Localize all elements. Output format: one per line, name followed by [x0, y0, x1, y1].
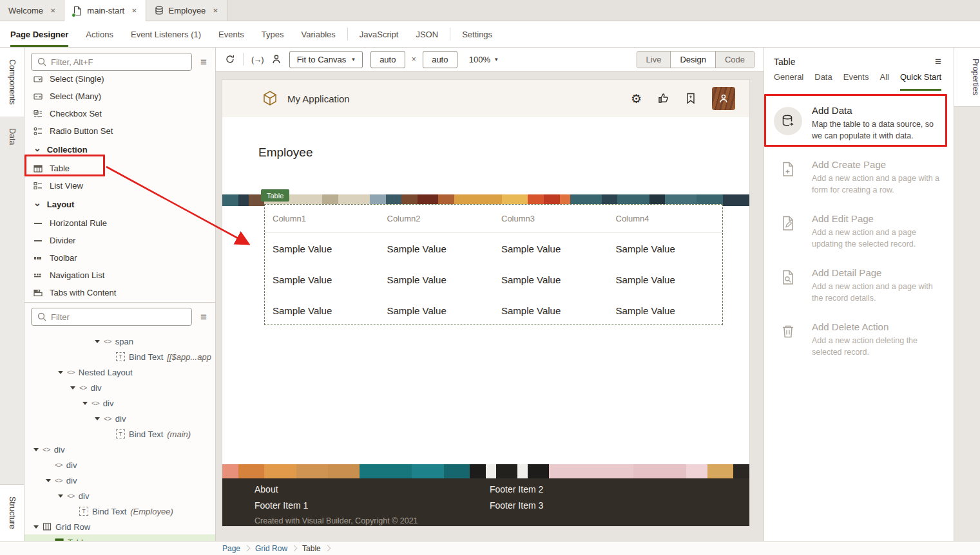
quick-start-add-data[interactable]: Add Data Map the table to a data source,…: [764, 99, 954, 153]
expand-arrow-icon[interactable]: [34, 525, 39, 529]
column-header[interactable]: Column2: [380, 214, 494, 223]
component-tabs-with-content[interactable]: Tabs with Content: [24, 284, 215, 301]
page-artboard[interactable]: My Application ⚙: [222, 80, 749, 526]
quick-start-add-delete-action[interactable]: Add Delete Action Add a new action delet…: [764, 315, 954, 369]
tree-node-div[interactable]: <> div: [24, 411, 215, 426]
nav-types[interactable]: Types: [262, 21, 284, 47]
section-collection[interactable]: ⌄ Collection: [24, 140, 215, 160]
component-checkbox-set[interactable]: Checkbox Set: [24, 105, 215, 122]
user-mode-icon[interactable]: [271, 54, 282, 64]
nav-settings[interactable]: Settings: [462, 21, 492, 47]
component-toolbar[interactable]: Toolbar: [24, 249, 215, 267]
tab-welcome[interactable]: Welcome ✕: [0, 0, 64, 21]
expand-arrow-icon[interactable]: [95, 340, 100, 343]
expand-arrow-icon[interactable]: [58, 371, 63, 374]
nav-variables[interactable]: Variables: [302, 21, 336, 47]
thumbs-up-icon[interactable]: [658, 93, 669, 104]
dock-tab-components[interactable]: Components: [0, 48, 24, 117]
tree-node-bind-text[interactable]: T Bind Text (main): [24, 426, 215, 442]
component-horizontal-rule[interactable]: Horizontal Rule: [24, 214, 215, 232]
nav-actions[interactable]: Actions: [86, 21, 113, 47]
tab-employee[interactable]: Employee ✕: [146, 0, 227, 21]
nav-json[interactable]: JSON: [416, 21, 438, 47]
tree-node-div[interactable]: <> div: [24, 380, 215, 395]
footer-link-item1[interactable]: Footer Item 1: [255, 500, 490, 511]
tree-node-table-selected[interactable]: Table: [24, 534, 215, 541]
mode-design[interactable]: Design: [670, 52, 715, 68]
quick-start-add-edit-page[interactable]: Add Edit Page Add a new action and a pag…: [764, 207, 954, 261]
tab-data[interactable]: Data: [814, 72, 832, 91]
components-filter-input[interactable]: [51, 57, 186, 67]
column-header[interactable]: Column1: [265, 214, 380, 223]
gear-icon[interactable]: ⚙: [631, 93, 642, 105]
nav-events[interactable]: Events: [218, 21, 244, 47]
close-icon[interactable]: ✕: [131, 7, 137, 14]
breadcrumb-page[interactable]: Page: [222, 544, 240, 553]
refresh-icon[interactable]: [225, 54, 235, 64]
expand-arrow-icon[interactable]: [34, 448, 39, 451]
dock-tab-properties[interactable]: Properties: [954, 48, 980, 107]
component-select-many[interactable]: Select (Many): [24, 88, 215, 105]
dock-tab-structure[interactable]: Structure: [0, 484, 24, 541]
component-divider[interactable]: Divider: [24, 232, 215, 249]
tree-node-bind-text[interactable]: T Bind Text (Employee): [24, 503, 215, 519]
footer-link-item3[interactable]: Footer Item 3: [490, 500, 543, 511]
tree-node-div[interactable]: <> div: [24, 473, 215, 488]
live-pointer-icon[interactable]: (→): [251, 55, 264, 64]
tab-main-start[interactable]: main-start ✕: [64, 0, 146, 21]
column-header[interactable]: Column3: [494, 214, 608, 223]
table-row[interactable]: Sample Value Sample Value Sample Value S…: [265, 264, 722, 295]
nav-javascript[interactable]: JavaScript: [360, 21, 399, 47]
zoom-dropdown[interactable]: 100% ▾: [469, 55, 498, 64]
tab-all[interactable]: All: [879, 72, 889, 91]
expand-arrow-icon[interactable]: [82, 402, 88, 405]
footer-link-about[interactable]: About: [255, 484, 490, 494]
structure-filter-box[interactable]: [31, 308, 192, 326]
dock-tab-data[interactable]: Data: [0, 117, 24, 156]
component-list-view[interactable]: List View: [24, 177, 215, 194]
bookmark-add-icon[interactable]: [686, 93, 696, 104]
expand-arrow-icon[interactable]: [95, 417, 100, 420]
component-radio-button-set[interactable]: Radio Button Set: [24, 122, 215, 140]
mode-live[interactable]: Live: [637, 52, 671, 68]
canvas-width-input[interactable]: [370, 51, 405, 68]
components-filter-box[interactable]: [31, 53, 192, 71]
expand-arrow-icon[interactable]: [58, 494, 63, 498]
menu-icon[interactable]: ≡: [197, 57, 210, 68]
expand-arrow-icon[interactable]: [46, 479, 51, 482]
tab-general[interactable]: General: [774, 72, 803, 91]
structure-filter-input[interactable]: [51, 312, 186, 322]
component-table[interactable]: Table: [24, 160, 215, 177]
tree-node-div[interactable]: <> div: [24, 442, 215, 457]
breadcrumb-grid-row[interactable]: Grid Row: [255, 544, 287, 553]
nav-event-listeners[interactable]: Event Listeners (1): [131, 21, 201, 47]
table-component[interactable]: Column1 Column2 Column3 Column4 Sample V…: [264, 204, 723, 325]
column-header[interactable]: Column4: [608, 214, 723, 223]
tree-node-div[interactable]: <> div: [24, 395, 215, 411]
menu-icon[interactable]: ≡: [932, 56, 945, 67]
tab-quick-start[interactable]: Quick Start: [900, 72, 941, 91]
tree-node-div[interactable]: <> div: [24, 488, 215, 503]
mode-code[interactable]: Code: [715, 52, 754, 68]
close-icon[interactable]: ✕: [50, 7, 55, 14]
expand-arrow-icon[interactable]: [70, 386, 75, 390]
table-row[interactable]: Sample Value Sample Value Sample Value S…: [265, 295, 722, 326]
tab-events[interactable]: Events: [843, 72, 869, 91]
tree-node-nested-layout[interactable]: <> Nested Layout: [24, 364, 215, 380]
tree-node-bind-text[interactable]: T Bind Text [[$app...app: [24, 349, 215, 364]
close-icon[interactable]: ✕: [213, 7, 218, 14]
tree-node-span[interactable]: <> span: [24, 334, 215, 349]
section-layout[interactable]: ⌄ Layout: [24, 194, 215, 214]
tree-node-grid-row[interactable]: Grid Row: [24, 519, 215, 534]
table-row[interactable]: Sample Value Sample Value Sample Value S…: [265, 233, 722, 264]
menu-icon[interactable]: ≡: [197, 312, 210, 323]
fit-to-canvas-dropdown[interactable]: Fit to Canvas ▾: [289, 51, 363, 68]
footer-link-item2[interactable]: Footer Item 2: [490, 484, 543, 494]
quick-start-add-detail-page[interactable]: Add Detail Page Add a new action and a p…: [764, 261, 954, 315]
tree-node-div[interactable]: <> div: [24, 457, 215, 473]
nav-page-designer[interactable]: Page Designer: [10, 21, 68, 47]
breadcrumb-table[interactable]: Table: [302, 544, 321, 553]
canvas-height-input[interactable]: [423, 51, 457, 68]
component-navigation-list[interactable]: Navigation List: [24, 267, 215, 284]
user-avatar[interactable]: [712, 87, 735, 110]
